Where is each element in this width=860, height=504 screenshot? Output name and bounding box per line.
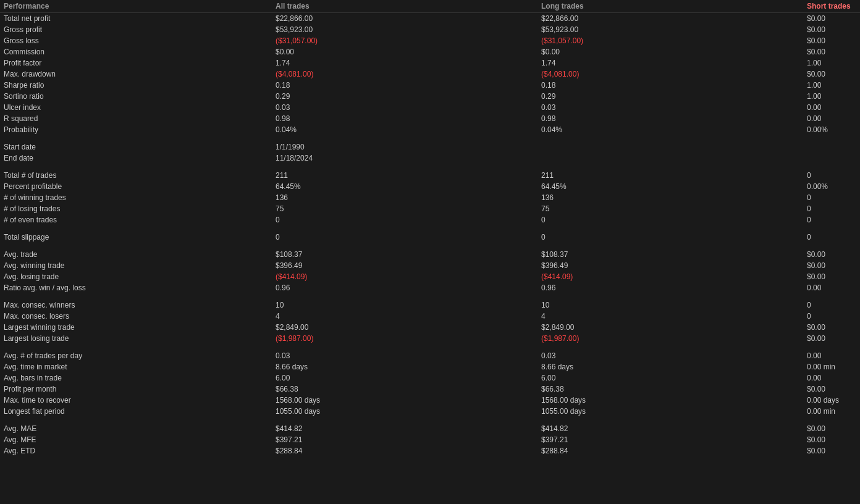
all-trades-value: $53,923.00 [272,24,538,35]
all-trades-value: $66.38 [272,384,538,395]
separator-row [0,135,860,141]
short-trades-value: 0.00 [803,102,860,113]
long-trades-value: 6.00 [538,372,803,384]
all-trades-value: $0.00 [272,46,538,57]
all-trades-value: $2,849.00 [272,322,538,333]
short-trades-value: 0 [803,300,860,311]
short-trades-value: 0.00% [803,181,860,192]
long-trades-value: 0.29 [538,91,803,102]
long-trades-value: 0.18 [538,80,803,91]
short-trades-value: $0.00 [803,384,860,395]
all-trades-value: 0.03 [272,102,538,113]
row-label: Ratio avg. win / avg. loss [0,282,272,293]
row-label: Largest winning trade [0,322,272,333]
short-trades-value: 0 [803,203,860,214]
short-trades-value: 0.00 [803,350,860,361]
row-label: Total net profit [0,13,272,25]
short-trades-value: $0.00 [803,13,860,25]
all-trades-value: ($1,987.00) [272,333,538,344]
row-label: Max. consec. winners [0,300,272,311]
table-row: Total net profit$22,866.00$22,866.00$0.0… [0,13,860,25]
long-trades-value: 4 [538,311,803,322]
long-trades-value: 75 [538,203,803,214]
col-short-trades: Short trades [803,0,860,13]
row-label: # of losing trades [0,203,272,214]
all-trades-value: ($4,081.00) [272,69,538,80]
all-trades-value: 136 [272,192,538,203]
long-trades-value: $414.82 [538,423,803,434]
short-trades-value: $0.00 [803,434,860,445]
separator-row [0,225,860,232]
table-row: Gross profit$53,923.00$53,923.00$0.00 [0,24,860,35]
row-label: Avg. MAE [0,423,272,434]
all-trades-value: 211 [272,170,538,181]
long-trades-value: 1568.00 days [538,395,803,406]
long-trades-value: $397.21 [538,434,803,445]
long-trades-value: ($31,057.00) [538,35,803,46]
long-trades-value: 64.45% [538,181,803,192]
row-label: Commission [0,46,272,57]
all-trades-value: $22,866.00 [272,13,538,25]
short-trades-value: $0.00 [803,333,860,344]
long-trades-value: 10 [538,300,803,311]
short-trades-value [803,141,860,153]
col-all-trades: All trades [272,0,538,13]
row-label: Start date [0,141,272,153]
short-trades-value: 0 [803,214,860,225]
long-trades-value [538,153,803,164]
short-trades-value: 0.00 [803,113,860,124]
row-label: Max. drawdown [0,69,272,80]
short-trades-value: 1.00 [803,57,860,69]
short-trades-value: $0.00 [803,46,860,57]
all-trades-value: 1/1/1990 [272,141,538,153]
separator-row [0,344,860,350]
short-trades-value: 0 [803,170,860,181]
long-trades-value [538,141,803,153]
short-trades-value: $0.00 [803,445,860,456]
row-label: # of winning trades [0,192,272,203]
table-row: Sortino ratio0.290.291.00 [0,91,860,102]
long-trades-value: ($4,081.00) [538,69,803,80]
long-trades-value: $22,866.00 [538,13,803,25]
all-trades-value: 4 [272,311,538,322]
table-row: Avg. trade$108.37$108.37$0.00 [0,249,860,260]
all-trades-value: 10 [272,300,538,311]
table-row: Start date1/1/1990 [0,141,860,153]
short-trades-value: 0 [803,232,860,243]
all-trades-value: 8.66 days [272,361,538,372]
long-trades-value: $0.00 [538,46,803,57]
all-trades-value: 0.03 [272,350,538,361]
long-trades-value: $53,923.00 [538,24,803,35]
table-row: Avg. ETD$288.84$288.84$0.00 [0,445,860,456]
table-row: Sharpe ratio0.180.181.00 [0,80,860,91]
row-label: Gross profit [0,24,272,35]
long-trades-value: 211 [538,170,803,181]
row-label: Avg. MFE [0,434,272,445]
row-label: Avg. ETD [0,445,272,456]
row-label: Largest losing trade [0,333,272,344]
short-trades-value: $0.00 [803,260,860,271]
all-trades-value: $288.84 [272,445,538,456]
short-trades-value: $0.00 [803,35,860,46]
row-label: Avg. bars in trade [0,372,272,384]
long-trades-value: $66.38 [538,384,803,395]
short-trades-value: 0.00 [803,282,860,293]
row-label: Avg. losing trade [0,271,272,282]
table-row: R squared0.980.980.00 [0,113,860,124]
long-trades-value: 0.98 [538,113,803,124]
long-trades-value: 0.96 [538,282,803,293]
table-row: Avg. MAE$414.82$414.82$0.00 [0,423,860,434]
all-trades-value: $414.82 [272,423,538,434]
all-trades-value: 1055.00 days [272,406,538,417]
long-trades-value: ($414.09) [538,271,803,282]
long-trades-value: 8.66 days [538,361,803,372]
all-trades-value: ($414.09) [272,271,538,282]
all-trades-value: 6.00 [272,372,538,384]
short-trades-value: 0.00 min [803,406,860,417]
separator-row [0,243,860,249]
all-trades-value: $397.21 [272,434,538,445]
row-label: Gross loss [0,35,272,46]
long-trades-value: $2,849.00 [538,322,803,333]
row-label: Sharpe ratio [0,80,272,91]
all-trades-value: ($31,057.00) [272,35,538,46]
